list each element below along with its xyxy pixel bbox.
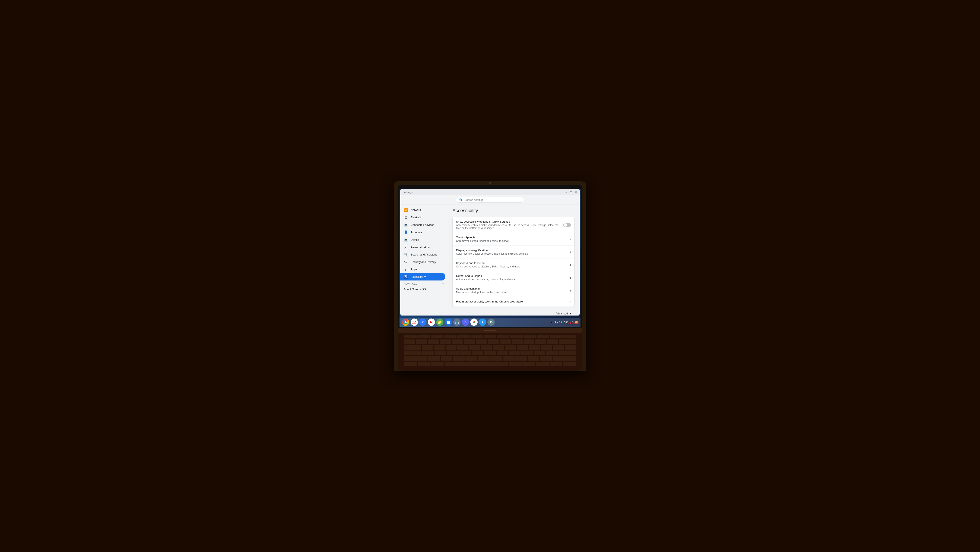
window-controls: – ◻ ✕ [565,190,578,194]
sidebar-item-personalization[interactable]: 🖌 Personalization [400,244,445,251]
sidebar-item-accessibility[interactable]: ♿ Accessibility [400,273,445,281]
key-row-1 [404,340,576,344]
key-l [521,351,533,355]
key-2 [428,340,439,344]
sidebar-label-connected-devices: Connected devices [410,223,434,227]
key-a [422,351,434,355]
key-esc [404,335,417,338]
taskbar-icon-app[interactable]: ★ [479,319,486,326]
key-caps [404,351,422,355]
watermark-brand: Pocket [565,322,574,325]
settings-row-chrome-web-store[interactable]: Find more accessibility tools in the Chr… [453,297,574,306]
sidebar-label-accessibility: Accessibility [410,275,426,278]
key-up [536,362,549,366]
quick-settings-toggle[interactable] [563,223,571,227]
watermark-highlight: lint [574,322,579,325]
sidebar-item-security-and-privacy[interactable]: 🛡 Security and Privacy [400,258,445,266]
settings-row-content-cursor: Cursor and touchpad Automatic clicks, cu… [456,274,566,281]
key-y [481,345,492,350]
chevron-right-icon-audio [569,289,571,292]
key-enter [558,351,576,355]
settings-row-display-magnification[interactable]: Display and magnification Color inversio… [453,246,574,258]
settings-row-audio[interactable]: Audio and captions Mono audio, startup, … [453,284,574,297]
settings-row-title-store: Find more accessibility tools in the Chr… [456,300,566,303]
sidebar-item-device[interactable]: 💻 Device [400,236,445,244]
sidebar-item-about[interactable]: About ChromeOS [400,286,445,292]
sidebar-item-network[interactable]: 📶 Network [400,206,445,214]
taskbar-icon-docs[interactable]: 📄 [445,319,452,326]
maximize-button[interactable]: ◻ [570,190,573,194]
key-g [472,351,484,355]
sidebar-item-accounts[interactable]: 👤 Accounts [400,228,445,236]
key-lbracket [541,345,552,350]
key-alt-right [509,362,522,366]
sidebar-item-search-and-assistant[interactable]: 🔍 Search and Assistant [400,251,445,258]
key-s [435,351,446,355]
person-icon: 👤 [404,230,408,235]
key-k [509,351,520,355]
settings-row-content-quick-settings: Show accessibility options in Quick Sett… [456,220,561,230]
webcam [489,182,491,184]
search-icon: 🔍 [459,198,463,201]
settings-row-title-tts: Text-to-Speech [456,236,566,239]
key-m [503,356,514,361]
settings-row-desc-tts: ChromeVox screen reader and select-to-sp… [456,239,566,242]
settings-row-cursor[interactable]: Cursor and touchpad Automatic clicks, cu… [453,271,574,284]
taskbar-icon-vpn[interactable]: V [419,319,426,326]
taskbar-icon-settings[interactable]: ⚙ [487,319,495,326]
keyboard-area [398,333,582,371]
taskbar-icon-gmail[interactable] [410,319,418,326]
advanced-label: Advanced [555,312,568,315]
brush-icon: 🖌 [404,245,408,249]
settings-row-title-cursor: Cursor and touchpad [456,274,566,278]
settings-row-content-tts: Text-to-Speech ChromeVox screen reader a… [456,236,566,242]
search-input-wrap[interactable]: 🔍 [456,197,524,203]
sidebar-label-bluetooth: Bluetooth [410,216,422,219]
settings-row-desc-keyboard: On-screen keyboard, dictation, Switch Ac… [456,265,566,268]
window-titlebar: Settings – ◻ ✕ [400,189,580,195]
key-8 [500,340,511,344]
external-link-icon: ↗ [568,300,571,303]
keyboard-function-row [404,335,576,338]
sidebar-item-bluetooth[interactable]: ⬓ Bluetooth [400,214,445,221]
taskbar-icon-chrome[interactable] [402,319,409,326]
key-7 [488,340,499,344]
settings-row-content-keyboard: Keyboard and text input On-screen keyboa… [456,262,566,268]
key-row-4 [404,356,576,361]
key-ctrl [404,362,417,366]
settings-row-title-keyboard: Keyboard and text input [456,262,566,265]
close-button[interactable]: ✕ [574,190,578,194]
key-f10 [537,335,549,338]
taskbar-icon-discord[interactable]: D [462,319,469,326]
taskbar-icon-youtube[interactable]: ► [428,319,435,326]
search-input[interactable] [465,198,521,201]
settings-window: Settings – ◻ ✕ 🔍 [400,189,580,316]
key-search [418,362,430,366]
key-tab [404,345,421,350]
key-o [517,345,528,350]
page-title: Accessibility [452,208,574,214]
sidebar-advanced-section[interactable]: Advanced ▾ [400,281,447,286]
settings-row-quick-settings[interactable]: Show accessibility options in Quick Sett… [453,217,574,233]
minimize-button[interactable]: – [565,190,568,194]
settings-row-title-audio: Audio and captions [456,287,566,290]
settings-row-desc-quick-settings: Accessibility features make your device … [456,224,561,230]
sidebar-item-apps[interactable]: ⋮⋮ Apps [400,266,445,273]
settings-row-keyboard[interactable]: Keyboard and text input On-screen keyboa… [453,258,574,271]
apps-icon: ⋮⋮ [404,267,408,271]
key-i [505,345,516,350]
taskbar-icon-files[interactable]: 📁 [436,319,444,326]
key-h [484,351,496,355]
main-content: Accessibility Show accessibility options… [447,204,580,316]
settings-row-text-to-speech[interactable]: Text-to-Speech ChromeVox screen reader a… [453,233,574,246]
key-power [563,335,576,338]
keyboard-main [404,340,576,366]
key-f4 [457,335,470,338]
taskbar-icon-photos[interactable] [470,319,477,326]
advanced-button[interactable]: Advanced ▼ [553,310,574,316]
key-0 [523,340,535,344]
sidebar-item-connected-devices[interactable]: 💻 Connected devices [400,221,445,228]
key-c [453,356,465,361]
taskbar-icon-appgrid[interactable]: ⋮⋮ [453,319,461,326]
screen-bezel: Settings – ◻ ✕ 🔍 [398,185,582,328]
